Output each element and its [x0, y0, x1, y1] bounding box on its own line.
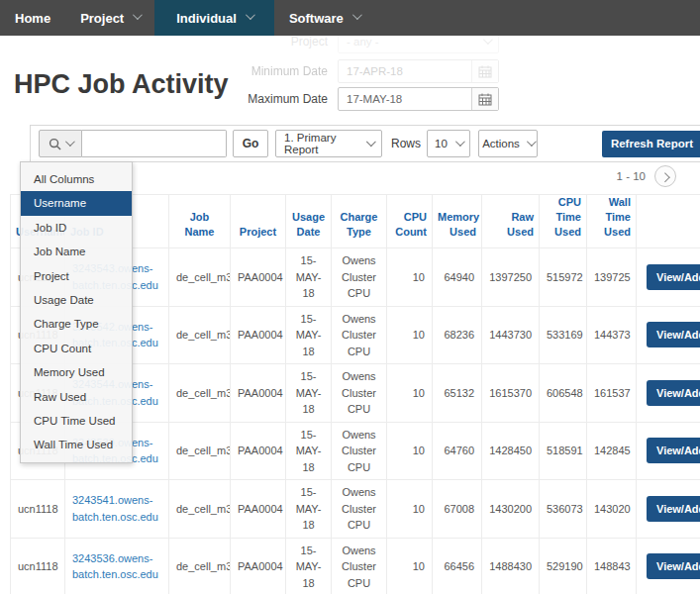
cell-raw-used: 1488430: [482, 538, 540, 594]
actions-button-label: Actions: [482, 138, 520, 149]
cell-job-id: 3243536.owens-batch.ten.osc.edu: [65, 538, 169, 594]
nav-label-home: Home: [15, 11, 50, 26]
nav-label-software: Software: [289, 11, 344, 26]
col-header-memory-used[interactable]: Memory Used: [433, 195, 482, 248]
cell-memory-used: 67008: [433, 480, 482, 539]
search-column-button[interactable]: [39, 130, 82, 157]
cell-job-name: de_cell_m3: [169, 538, 231, 594]
cell-project: PAA0004: [231, 306, 286, 364]
maximum-date-label: Maximum Date: [234, 92, 328, 106]
nav-item-software[interactable]: Software: [274, 0, 374, 36]
job-id-link[interactable]: 3243541.owens-batch.ten.osc.edu: [72, 494, 158, 523]
calendar-icon[interactable]: [471, 60, 498, 82]
cell-memory-used: 64940: [433, 248, 482, 307]
search-input[interactable]: [82, 130, 227, 157]
col-header-usage-date[interactable]: Usage Date: [286, 195, 332, 248]
view-add-notes-button[interactable]: View/Add Notes: [647, 264, 700, 290]
column-menu-item-memory-used[interactable]: Memory Used: [21, 360, 132, 384]
nav-item-home[interactable]: Home: [0, 0, 65, 36]
job-id-link[interactable]: 3243536.owens-batch.ten.osc.edu: [72, 552, 158, 581]
chevron-down-icon: [133, 10, 143, 20]
chevron-down-icon: [483, 35, 493, 45]
column-menu-item-job-name[interactable]: Job Name: [21, 240, 132, 263]
nav-item-individual[interactable]: Individual: [154, 0, 274, 36]
column-menu-item-all-columns[interactable]: All Columns: [21, 167, 132, 191]
cell-job-name: de_cell_m3: [169, 364, 231, 423]
cell-cpu-count: 10: [387, 538, 433, 594]
view-add-notes-button[interactable]: View/Add Notes: [647, 380, 700, 406]
page-title: HPC Job Activity: [14, 69, 229, 100]
pagination: 1 - 10: [617, 165, 676, 187]
view-add-notes-button[interactable]: View/Add Notes: [647, 438, 700, 463]
col-header-cpu-time-used[interactable]: CPU Time Used: [540, 195, 587, 248]
cell-charge-type: Owens Cluster CPU: [332, 422, 387, 480]
column-menu-item-username[interactable]: Username: [21, 191, 132, 215]
cell-job-name: de_cell_m3: [169, 480, 231, 539]
cell-wall-time-used: 142845: [587, 422, 637, 480]
table-row: ucn11183243536.owens-batch.ten.osc.edude…: [11, 538, 700, 594]
cell-project: PAA0004: [231, 480, 286, 539]
cell-username: ucn1118: [11, 480, 65, 539]
col-header-notes: [637, 195, 700, 248]
column-menu-item-cpu-time-used[interactable]: CPU Time Used: [21, 409, 132, 433]
minimum-date-field[interactable]: 17-APR-18: [338, 59, 499, 83]
cell-usage-date: 15-MAY-18: [286, 422, 332, 480]
col-header-raw-used[interactable]: Raw Used: [482, 195, 540, 248]
go-button[interactable]: Go: [233, 130, 268, 157]
go-button-label: Go: [243, 137, 259, 150]
cell-charge-type: Owens Cluster CPU: [332, 538, 387, 594]
cell-wall-time-used: 148843: [587, 538, 637, 594]
calendar-icon[interactable]: [471, 88, 498, 110]
nav-label-individual: Individual: [176, 11, 237, 26]
chevron-down-icon: [65, 137, 75, 147]
view-add-notes-button[interactable]: View/Add Notes: [647, 322, 700, 347]
column-menu-item-charge-type[interactable]: Charge Type: [21, 312, 132, 336]
saved-report-select[interactable]: 1. Primary Report: [275, 130, 382, 157]
cell-wall-time-used: 144373: [587, 306, 637, 364]
cell-notes: View/Add Notes: [637, 248, 700, 307]
next-page-button[interactable]: [654, 165, 676, 187]
column-menu-item-raw-used[interactable]: Raw Used: [21, 385, 132, 409]
actions-button[interactable]: Actions: [478, 130, 538, 157]
view-add-notes-button[interactable]: View/Add Notes: [647, 496, 700, 522]
nav-label-project: Project: [80, 11, 124, 26]
rows-select[interactable]: 10: [427, 130, 470, 157]
cell-memory-used: 65132: [433, 364, 482, 423]
maximum-date-field[interactable]: 17-MAY-18: [338, 87, 499, 111]
maximum-date-row: Maximum Date 17-MAY-18: [234, 87, 499, 111]
cell-memory-used: 68236: [433, 306, 482, 364]
chevron-down-icon: [352, 10, 362, 20]
column-menu-item-cpu-count[interactable]: CPU Count: [21, 337, 132, 360]
col-header-project[interactable]: Project: [231, 195, 286, 248]
cell-memory-used: 66456: [433, 538, 482, 594]
rows-label: Rows: [391, 137, 421, 150]
minimum-date-value: 17-APR-18: [347, 65, 403, 77]
table-row: ucn11183243541.owens-batch.ten.osc.edude…: [11, 480, 700, 539]
column-menu-item-wall-time-used[interactable]: Wall Time Used: [21, 433, 132, 456]
cell-cpu-count: 10: [387, 422, 433, 480]
cell-cpu-time-used: 536073: [540, 480, 587, 539]
refresh-report-button[interactable]: Refresh Report: [602, 131, 700, 157]
minimum-date-row: Minimum Date 17-APR-18: [234, 59, 499, 83]
column-menu-item-usage-date[interactable]: Usage Date: [21, 288, 132, 312]
cell-notes: View/Add Notes: [637, 364, 700, 423]
cell-cpu-count: 10: [387, 480, 433, 539]
cell-cpu-time-used: 529190: [540, 538, 587, 594]
col-header-charge-type[interactable]: Charge Type: [332, 195, 387, 248]
cell-wall-time-used: 143020: [587, 480, 637, 539]
view-add-notes-button[interactable]: View/Add Notes: [647, 553, 700, 579]
chevron-down-icon: [246, 10, 255, 20]
nav-item-project[interactable]: Project: [65, 0, 154, 36]
maximum-date-value: 17-MAY-18: [347, 93, 402, 105]
cell-cpu-time-used: 515972: [540, 248, 587, 307]
column-menu-item-job-id[interactable]: Job ID: [21, 216, 132, 240]
col-header-wall-time-used[interactable]: Wall Time Used: [587, 195, 637, 248]
column-menu-item-project[interactable]: Project: [21, 264, 132, 288]
cell-raw-used: 1430200: [482, 480, 540, 539]
col-header-cpu-count[interactable]: CPU Count: [387, 195, 433, 248]
top-navbar: Home Project Individual Software: [0, 0, 700, 36]
search-column-menu: All ColumnsUsernameJob IDJob NameProject…: [20, 161, 133, 463]
rows-select-value: 10: [435, 138, 448, 149]
cell-memory-used: 64760: [433, 422, 482, 480]
col-header-job-name[interactable]: Job Name: [169, 195, 231, 248]
